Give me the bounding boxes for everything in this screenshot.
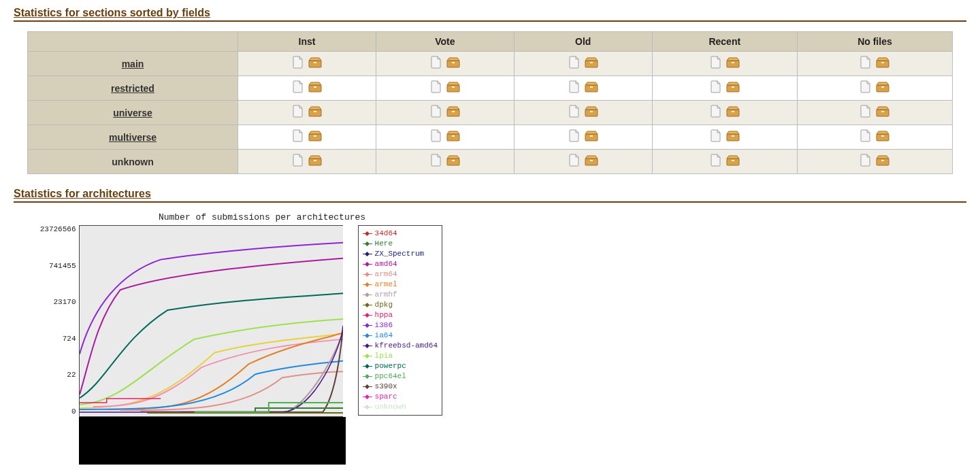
file-link-universe-nofiles[interactable] bbox=[860, 105, 872, 118]
legend-entry-arm64: arm64 bbox=[363, 269, 438, 280]
file-link-universe-recent[interactable] bbox=[710, 105, 722, 118]
cell-unknown-inst bbox=[238, 150, 376, 174]
gzip-link-multiverse-old[interactable] bbox=[585, 129, 598, 143]
file-icon bbox=[292, 129, 304, 143]
gzip-link-universe-recent[interactable] bbox=[726, 105, 740, 118]
legend-swatch-icon bbox=[363, 233, 372, 234]
section-link-multiverse[interactable]: multiverse bbox=[109, 132, 157, 143]
package-icon bbox=[726, 129, 740, 143]
cell-main-recent bbox=[652, 52, 797, 76]
file-link-restricted-recent[interactable] bbox=[710, 80, 722, 94]
legend-swatch-icon bbox=[363, 346, 372, 346]
file-link-main-vote[interactable] bbox=[430, 56, 442, 69]
file-icon bbox=[568, 105, 581, 118]
gzip-link-main-vote[interactable] bbox=[446, 56, 460, 69]
file-link-unknown-inst[interactable] bbox=[292, 154, 304, 167]
gzip-link-multiverse-vote[interactable] bbox=[446, 129, 460, 143]
legend-label: lpia bbox=[375, 351, 393, 361]
gzip-link-universe-vote[interactable] bbox=[446, 105, 460, 118]
package-icon bbox=[876, 154, 889, 167]
cell-universe-recent bbox=[652, 101, 797, 125]
package-icon bbox=[876, 129, 889, 143]
legend-label: armel bbox=[375, 280, 397, 290]
file-link-restricted-old[interactable] bbox=[568, 80, 581, 94]
file-link-restricted-nofiles[interactable] bbox=[860, 80, 872, 94]
file-link-universe-inst[interactable] bbox=[292, 105, 304, 118]
gzip-link-restricted-inst[interactable] bbox=[308, 80, 322, 94]
gzip-link-multiverse-nofiles[interactable] bbox=[876, 129, 889, 143]
file-link-main-recent[interactable] bbox=[710, 56, 722, 69]
gzip-link-unknown-inst[interactable] bbox=[308, 154, 322, 167]
file-link-multiverse-recent[interactable] bbox=[710, 129, 722, 143]
legend-swatch-icon bbox=[363, 254, 372, 254]
package-icon bbox=[726, 80, 740, 94]
file-link-main-old[interactable] bbox=[568, 56, 581, 69]
file-icon bbox=[710, 154, 722, 167]
cell-unknown-old bbox=[514, 150, 652, 174]
package-icon bbox=[876, 80, 889, 94]
gzip-link-restricted-nofiles[interactable] bbox=[876, 80, 889, 94]
file-link-unknown-old[interactable] bbox=[568, 154, 581, 167]
section-link-main[interactable]: main bbox=[122, 58, 144, 69]
file-link-multiverse-inst[interactable] bbox=[292, 129, 304, 143]
legend-label: amd64 bbox=[375, 259, 397, 269]
gzip-link-main-nofiles[interactable] bbox=[876, 56, 889, 69]
file-link-restricted-inst[interactable] bbox=[292, 80, 304, 94]
file-link-unknown-recent[interactable] bbox=[710, 154, 722, 167]
package-icon bbox=[585, 105, 598, 118]
cell-multiverse-old bbox=[514, 125, 652, 150]
gzip-link-universe-inst[interactable] bbox=[308, 105, 322, 118]
legend-swatch-icon bbox=[363, 284, 372, 285]
legend-entry-kfreebsd-amd64: kfreebsd-amd64 bbox=[363, 341, 438, 351]
row-label-multiverse: multiverse bbox=[28, 125, 238, 150]
cell-universe-vote bbox=[376, 101, 514, 125]
arch-chart: Number of submissions per architectures … bbox=[14, 205, 442, 465]
gzip-link-unknown-vote[interactable] bbox=[446, 154, 460, 167]
gzip-link-main-old[interactable] bbox=[585, 56, 598, 69]
file-link-multiverse-nofiles[interactable] bbox=[860, 129, 872, 143]
file-link-multiverse-old[interactable] bbox=[568, 129, 581, 143]
package-icon bbox=[876, 105, 889, 118]
file-link-restricted-vote[interactable] bbox=[430, 80, 442, 94]
gzip-link-multiverse-recent[interactable] bbox=[726, 129, 740, 143]
file-icon bbox=[430, 129, 442, 143]
gzip-link-universe-nofiles[interactable] bbox=[876, 105, 889, 118]
file-link-universe-old[interactable] bbox=[568, 105, 581, 118]
file-link-unknown-nofiles[interactable] bbox=[860, 154, 872, 167]
file-link-unknown-vote[interactable] bbox=[430, 154, 442, 167]
gzip-link-universe-old[interactable] bbox=[585, 105, 598, 118]
legend-entry-ia64: ia64 bbox=[363, 331, 438, 341]
gzip-link-unknown-recent[interactable] bbox=[726, 154, 740, 167]
file-link-main-nofiles[interactable] bbox=[860, 56, 872, 69]
section-link-restricted[interactable]: restricted bbox=[111, 83, 154, 94]
legend-swatch-icon bbox=[363, 335, 372, 336]
cell-main-inst bbox=[238, 52, 376, 76]
gzip-link-main-recent[interactable] bbox=[726, 56, 740, 69]
gzip-link-main-inst[interactable] bbox=[308, 56, 322, 69]
legend-swatch-icon bbox=[363, 244, 372, 244]
cell-multiverse-nofiles bbox=[797, 125, 952, 150]
chart-lines-svg bbox=[80, 226, 343, 415]
gzip-link-multiverse-inst[interactable] bbox=[308, 129, 322, 143]
gzip-link-unknown-nofiles[interactable] bbox=[876, 154, 889, 167]
package-icon bbox=[585, 154, 598, 167]
legend-label: powerpc bbox=[375, 361, 406, 371]
file-link-multiverse-vote[interactable] bbox=[430, 129, 442, 143]
legend-swatch-icon bbox=[363, 407, 372, 407]
legend-label: arm64 bbox=[375, 269, 397, 280]
gzip-link-restricted-vote[interactable] bbox=[446, 80, 460, 94]
gzip-link-restricted-recent[interactable] bbox=[726, 80, 740, 94]
section-link-universe[interactable]: universe bbox=[113, 107, 152, 118]
legend-label: ppc64el bbox=[375, 371, 406, 382]
cell-universe-inst bbox=[238, 101, 376, 125]
file-link-main-inst[interactable] bbox=[292, 56, 304, 69]
legend-entry-s390x: s390x bbox=[363, 382, 438, 392]
package-icon bbox=[726, 56, 740, 69]
header-nofiles: No files bbox=[797, 32, 952, 52]
file-link-universe-vote[interactable] bbox=[430, 105, 442, 118]
package-icon bbox=[308, 105, 322, 118]
gzip-link-unknown-old[interactable] bbox=[585, 154, 598, 167]
legend-swatch-icon bbox=[363, 274, 372, 275]
file-icon bbox=[430, 154, 442, 167]
gzip-link-restricted-old[interactable] bbox=[585, 80, 598, 94]
